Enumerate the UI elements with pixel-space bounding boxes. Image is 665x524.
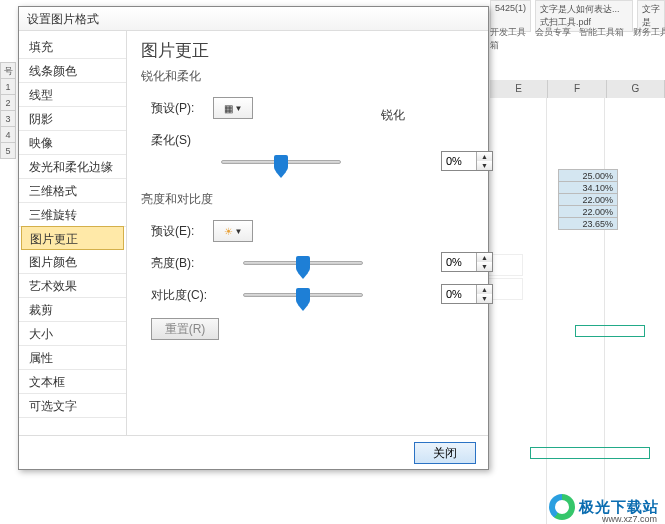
preset-brightness-dropdown[interactable]: ☀ ▼ [213, 220, 253, 242]
soften-label: 柔化(S) [141, 132, 213, 149]
preset-brightness-label: 预设(E): [141, 223, 213, 240]
spin-up-icon[interactable]: ▲ [477, 253, 492, 262]
row-headers: 号 1 2 3 4 5 [0, 63, 16, 159]
sidebar-item-fill[interactable]: 填充 [19, 35, 126, 59]
col-header[interactable]: E [490, 80, 548, 98]
panel-heading: 图片更正 [141, 39, 474, 62]
soften-sharpen-slider[interactable] [221, 160, 341, 164]
slider-thumb[interactable] [296, 256, 310, 274]
sidebar-item-artistic-effects[interactable]: 艺术效果 [19, 274, 126, 298]
brightness-preset-icon: ☀ [224, 226, 233, 237]
chevron-down-icon: ▼ [235, 227, 243, 236]
sidebar-item-line-color[interactable]: 线条颜色 [19, 59, 126, 83]
spin-down-icon[interactable]: ▼ [477, 262, 492, 271]
sharpen-value-input[interactable] [442, 152, 476, 170]
sidebar-item-3d-format[interactable]: 三维格式 [19, 179, 126, 203]
close-button[interactable]: 关闭 [414, 442, 476, 464]
spin-down-icon[interactable]: ▼ [477, 294, 492, 303]
sidebar-item-shadow[interactable]: 阴影 [19, 107, 126, 131]
sidebar-item-line-style[interactable]: 线型 [19, 83, 126, 107]
col-header[interactable]: F [548, 80, 606, 98]
sidebar-item-alt-text[interactable]: 可选文字 [19, 394, 126, 418]
sharpen-preset-icon: ▦ [224, 103, 233, 114]
preset-sharpen-dropdown[interactable]: ▦ ▼ [213, 97, 253, 119]
ribbon-tabs: 开发工具 会员专享 智能工具箱 财务工具箱 [490, 26, 665, 74]
sharpen-value-spinner[interactable]: ▲▼ [441, 151, 493, 171]
row-header[interactable]: 4 [0, 126, 16, 143]
selection-box [530, 447, 650, 459]
watermark: 极光下载站 [549, 494, 659, 520]
format-picture-dialog: 设置图片格式 填充 线条颜色 线型 阴影 映像 发光和柔化边缘 三维格式 三维旋… [18, 6, 489, 470]
col-header[interactable]: G [607, 80, 665, 98]
sidebar-item-reflection[interactable]: 映像 [19, 131, 126, 155]
row-header[interactable]: 号 [0, 62, 16, 79]
sharpen-soften-section: 锐化和柔化 [141, 68, 474, 85]
column-headers: E F G [490, 80, 665, 98]
slider-thumb[interactable] [274, 155, 288, 173]
spin-up-icon[interactable]: ▲ [477, 152, 492, 161]
slider-thumb[interactable] [296, 288, 310, 306]
sidebar-item-3d-rotation[interactable]: 三维旋转 [19, 203, 126, 227]
sidebar-item-textbox[interactable]: 文本框 [19, 370, 126, 394]
brightness-value-input[interactable] [442, 253, 476, 271]
brightness-value-spinner[interactable]: ▲▼ [441, 252, 493, 272]
corrections-panel: 图片更正 锐化和柔化 预设(P): ▦ ▼ 柔化(S) 锐化 [127, 31, 488, 435]
row-header[interactable]: 1 [0, 78, 16, 95]
reset-button[interactable]: 重置(R) [151, 318, 219, 340]
dialog-footer: 关闭 [19, 435, 488, 470]
brightness-contrast-section: 亮度和对比度 [141, 191, 474, 208]
grid-lines [488, 98, 665, 524]
contrast-value-spinner[interactable]: ▲▼ [441, 284, 493, 304]
dialog-title: 设置图片格式 [19, 7, 488, 31]
contrast-label: 对比度(C): [141, 287, 213, 304]
sharpen-label: 锐化 [381, 107, 405, 124]
sidebar-item-picture-corrections[interactable]: 图片更正 [21, 226, 124, 250]
sidebar-item-properties[interactable]: 属性 [19, 346, 126, 370]
contrast-slider[interactable] [243, 293, 363, 297]
cell[interactable]: 23.65% [558, 217, 618, 230]
row-header[interactable]: 5 [0, 142, 16, 159]
category-sidebar: 填充 线条颜色 线型 阴影 映像 发光和柔化边缘 三维格式 三维旋转 图片更正 … [19, 31, 127, 435]
data-cells: 25.00% 34.10% 22.00% 22.00% 23.65% [558, 170, 618, 230]
sidebar-item-size[interactable]: 大小 [19, 322, 126, 346]
spin-up-icon[interactable]: ▲ [477, 285, 492, 294]
watermark-logo-icon [549, 494, 575, 520]
preset-sharpen-label: 预设(P): [141, 100, 213, 117]
sidebar-item-crop[interactable]: 裁剪 [19, 298, 126, 322]
brightness-slider[interactable] [243, 261, 363, 265]
row-header[interactable]: 3 [0, 110, 16, 127]
spin-down-icon[interactable]: ▼ [477, 161, 492, 170]
contrast-value-input[interactable] [442, 285, 476, 303]
brightness-label: 亮度(B): [141, 255, 213, 272]
sidebar-item-picture-color[interactable]: 图片颜色 [19, 250, 126, 274]
chevron-down-icon: ▼ [235, 104, 243, 113]
row-header[interactable]: 2 [0, 94, 16, 111]
selection-box [575, 325, 645, 337]
watermark-name: 极光下载站 [579, 498, 659, 517]
sidebar-item-glow[interactable]: 发光和柔化边缘 [19, 155, 126, 179]
